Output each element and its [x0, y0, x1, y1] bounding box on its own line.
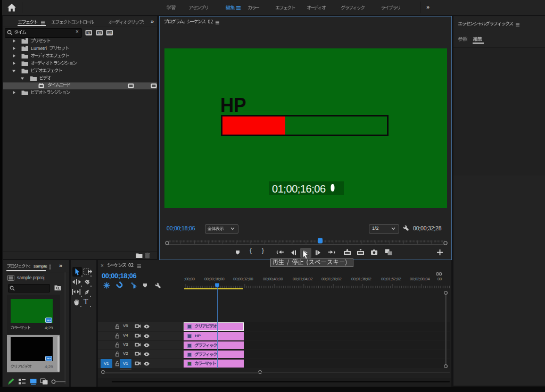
svg-text:fx: fx — [88, 31, 90, 35]
svg-text:32: 32 — [98, 31, 101, 35]
svg-text:yuv: yuv — [108, 31, 112, 35]
